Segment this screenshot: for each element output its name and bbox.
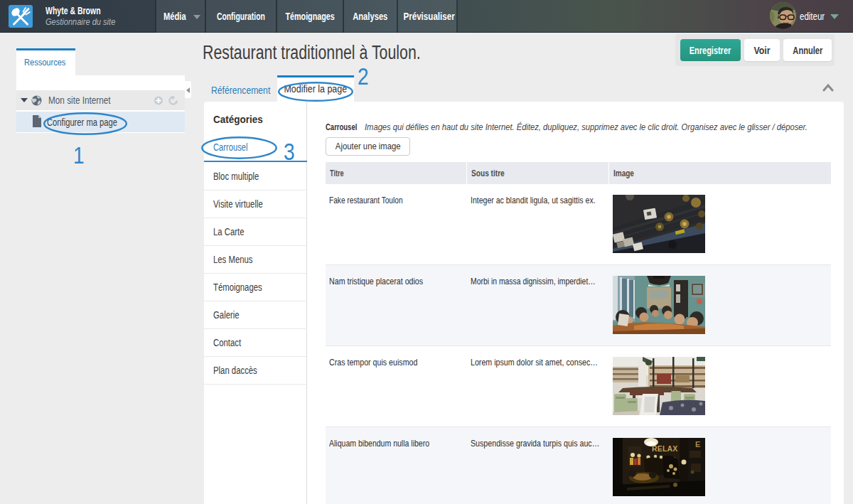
svg-text:E: E [695,440,700,449]
svg-text:RELAX: RELAX [652,444,678,453]
